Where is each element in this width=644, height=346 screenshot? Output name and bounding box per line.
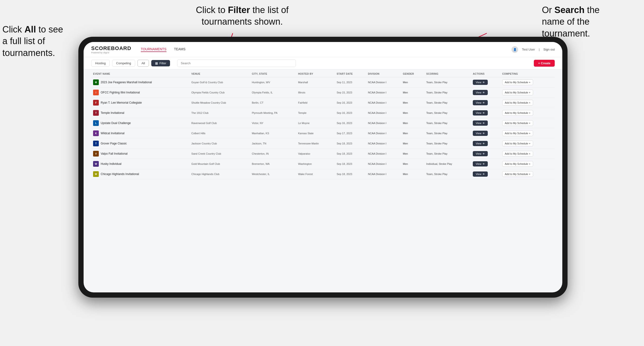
cell-hosted-3: Temple <box>296 108 334 118</box>
event-name-2: Ryan T. Lee Memorial Collegiate <box>101 101 142 104</box>
nav-teams[interactable]: TEAMS <box>174 47 186 52</box>
event-name-4: Upstate Dual Challenge <box>101 121 131 125</box>
add-schedule-button-6[interactable]: Add to My Schedule + <box>502 141 533 146</box>
cell-actions-4: View 👁 <box>471 118 500 128</box>
view-button-5[interactable]: View 👁 <box>473 131 488 136</box>
tab-hosting[interactable]: Hosting <box>91 60 110 67</box>
add-schedule-button-2[interactable]: Add to My Schedule + <box>502 100 533 106</box>
cell-date-0: Sep 11, 2023 <box>335 77 366 88</box>
cell-gender-0: Men <box>401 77 424 88</box>
cell-city-7: Chesterton, IN <box>250 149 296 159</box>
cell-event-6: T Grover Page Classic <box>91 139 190 149</box>
cell-date-6: Sep 18, 2023 <box>335 139 366 149</box>
cell-competing-4: Add to My Schedule + <box>500 118 555 128</box>
cell-division-8: NCAA Division I <box>366 159 401 169</box>
event-name-1: OFCC Fighting Illini Invitational <box>101 91 140 94</box>
cell-division-6: NCAA Division I <box>366 139 401 149</box>
signout-link[interactable]: Sign out <box>543 48 555 51</box>
cell-city-1: Olympia Fields, IL <box>250 88 296 98</box>
logo-area: SCOREBOARD Powered by clipp'd <box>91 45 131 54</box>
view-button-7[interactable]: View 👁 <box>473 151 488 156</box>
cell-venue-1: Olympia Fields Country Club <box>190 88 250 98</box>
filter-label: Filter <box>159 61 166 65</box>
cell-actions-2: View 👁 <box>471 98 500 108</box>
tablet-screen: SCOREBOARD Powered by clipp'd TOURNAMENT… <box>84 42 562 292</box>
add-schedule-button-3[interactable]: Add to My Schedule + <box>502 110 533 116</box>
cell-gender-1: Men <box>401 88 424 98</box>
cell-actions-7: View 👁 <box>471 149 500 159</box>
create-button[interactable]: + Create <box>534 60 555 67</box>
filter-button[interactable]: ▦ Filter <box>151 60 170 66</box>
cell-gender-3: Men <box>401 108 424 118</box>
view-button-0[interactable]: View 👁 <box>473 80 488 85</box>
cell-actions-5: View 👁 <box>471 128 500 139</box>
team-logo-1: I <box>93 90 99 95</box>
view-button-1[interactable]: View 👁 <box>473 90 488 95</box>
search-input[interactable] <box>177 59 296 67</box>
cell-venue-0: Guyan Golf & Country Club <box>190 77 250 88</box>
table-header-row: EVENT NAME VENUE CITY, STATE HOSTED BY S… <box>91 69 555 77</box>
cell-division-4: NCAA Division I <box>366 118 401 128</box>
cell-city-0: Huntington, WV <box>250 77 296 88</box>
toolbar: Hosting Competing All ▦ Filter + Create <box>84 57 562 69</box>
add-schedule-button-5[interactable]: Add to My Schedule + <box>502 130 533 136</box>
event-name-8: Husky Individual <box>101 162 121 166</box>
tab-competing[interactable]: Competing <box>112 60 135 67</box>
view-button-9[interactable]: View 👁 <box>473 172 488 177</box>
view-button-3[interactable]: View 👁 <box>473 110 488 116</box>
cell-division-1: NCAA Division I <box>366 88 401 98</box>
tablet-frame: SCOREBOARD Powered by clipp'd TOURNAMENT… <box>78 37 568 298</box>
nav-links: TOURNAMENTS TEAMS <box>141 47 512 52</box>
cell-scoring-8: Individual, Stroke Play <box>424 159 471 169</box>
cell-division-7: NCAA Division I <box>366 149 401 159</box>
event-name-3: Temple Invitational <box>101 111 124 115</box>
col-hosted-by: HOSTED BY <box>296 69 334 77</box>
view-button-2[interactable]: View 👁 <box>473 100 488 105</box>
view-button-4[interactable]: View 👁 <box>473 121 488 126</box>
cell-competing-1: Add to My Schedule + <box>500 88 555 98</box>
user-name: Test User <box>522 48 535 51</box>
col-gender: GENDER <box>401 69 424 77</box>
table-row: I OFCC Fighting Illini Invitational Olym… <box>91 88 555 98</box>
cell-venue-7: Sand Creek Country Club <box>190 149 250 159</box>
cell-actions-6: View 👁 <box>471 139 500 149</box>
cell-venue-3: The 1912 Club <box>190 108 250 118</box>
cell-date-5: Sep 17, 2023 <box>335 128 366 139</box>
cell-competing-3: Add to My Schedule + <box>500 108 555 118</box>
col-event-name: EVENT NAME <box>91 69 190 77</box>
eye-icon-5: 👁 <box>482 132 485 135</box>
app-header: SCOREBOARD Powered by clipp'd TOURNAMENT… <box>84 42 562 57</box>
header-right: 👤 Test User | Sign out <box>512 46 555 53</box>
annotation-all: Click All to seea full list oftournament… <box>2 24 74 59</box>
add-schedule-button-9[interactable]: Add to My Schedule + <box>502 171 533 177</box>
cell-division-5: NCAA Division I <box>366 128 401 139</box>
nav-tournaments[interactable]: TOURNAMENTS <box>141 47 166 52</box>
cell-date-7: Sep 18, 2023 <box>335 149 366 159</box>
cell-hosted-4: Le Moyne <box>296 118 334 128</box>
table-row: W Chicago Highlands Invitational Chicago… <box>91 169 555 179</box>
view-button-8[interactable]: View 👁 <box>473 161 488 167</box>
add-schedule-button-0[interactable]: Add to My Schedule + <box>502 79 533 85</box>
view-button-6[interactable]: View 👁 <box>473 141 488 146</box>
cell-hosted-7: Valparaiso <box>296 149 334 159</box>
annotation-filter: Click to Filter the list oftournaments s… <box>162 4 323 28</box>
add-schedule-button-7[interactable]: Add to My Schedule + <box>502 151 533 157</box>
cell-venue-2: Shuttle Meadow Country Club <box>190 98 250 108</box>
cell-gender-5: Men <box>401 128 424 139</box>
cell-event-9: W Chicago Highlands Invitational <box>91 169 190 179</box>
logo-text: SCOREBOARD <box>91 45 131 51</box>
tab-all[interactable]: All <box>138 60 149 67</box>
table-container[interactable]: EVENT NAME VENUE CITY, STATE HOSTED BY S… <box>84 69 562 292</box>
cell-date-2: Sep 16, 2023 <box>335 98 366 108</box>
cell-gender-7: Men <box>401 149 424 159</box>
cell-city-9: Westchester, IL <box>250 169 296 179</box>
add-schedule-button-1[interactable]: Add to My Schedule + <box>502 90 533 95</box>
cell-city-8: Bremerton, WA <box>250 159 296 169</box>
table-row: W Husky Individual Gold Mountain Golf Cl… <box>91 159 555 169</box>
cell-hosted-0: Marshall <box>296 77 334 88</box>
add-schedule-button-8[interactable]: Add to My Schedule + <box>502 161 533 167</box>
cell-city-6: Jackson, TN <box>250 139 296 149</box>
eye-icon-0: 👁 <box>482 81 485 84</box>
add-schedule-button-4[interactable]: Add to My Schedule + <box>502 120 533 126</box>
cell-gender-9: Men <box>401 169 424 179</box>
